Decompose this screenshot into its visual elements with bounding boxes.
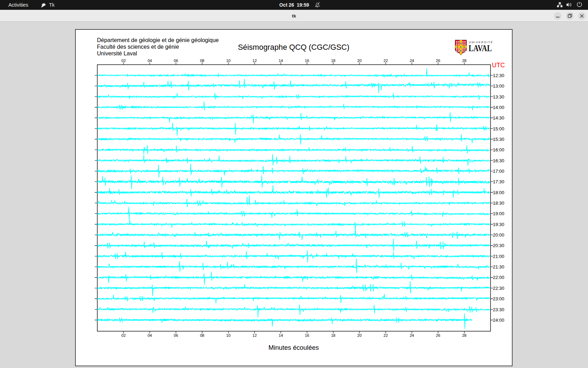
svg-text:14: 14 (279, 59, 283, 63)
svg-text:Minutes écoulées: Minutes écoulées (268, 344, 319, 351)
svg-text:08: 08 (200, 333, 204, 338)
svg-text:23:30: 23:30 (493, 307, 504, 312)
svg-text:14:00: 14:00 (493, 105, 504, 110)
svg-text:17:30: 17:30 (493, 179, 504, 184)
svg-text:06: 06 (174, 59, 178, 63)
svg-text:19:59: 19:59 (297, 2, 309, 8)
svg-text:20:30: 20:30 (493, 243, 504, 248)
svg-text:Séismographe QCQ (CGC/GSC): Séismographe QCQ (CGC/GSC) (238, 43, 350, 52)
svg-text:24: 24 (410, 333, 414, 338)
svg-text:UNIVERSITÉ: UNIVERSITÉ (469, 41, 493, 44)
svg-text:06: 06 (174, 333, 178, 338)
svg-text:28: 28 (462, 333, 466, 338)
svg-text:18: 18 (331, 59, 335, 63)
svg-text:15:00: 15:00 (493, 126, 504, 131)
svg-text:Faculté des sciences et de gén: Faculté des sciences et de génie (97, 43, 179, 50)
svg-text:19:00: 19:00 (493, 211, 504, 216)
svg-text:02: 02 (121, 333, 126, 338)
svg-text:16: 16 (305, 333, 309, 338)
svg-text:04: 04 (148, 333, 152, 338)
svg-text:12:30: 12:30 (493, 73, 504, 78)
svg-text:18:00: 18:00 (493, 190, 504, 195)
svg-text:22: 22 (384, 59, 388, 63)
svg-text:26: 26 (436, 333, 440, 338)
svg-text:13:00: 13:00 (493, 83, 504, 89)
svg-text:16:00: 16:00 (493, 147, 504, 152)
svg-text:Oct 26: Oct 26 (279, 2, 294, 8)
svg-text:22: 22 (384, 333, 388, 338)
svg-text:14: 14 (279, 333, 283, 338)
svg-text:21:30: 21:30 (493, 264, 504, 270)
svg-text:02: 02 (121, 59, 126, 63)
svg-text:12: 12 (252, 333, 257, 338)
svg-text:LAVAL: LAVAL (469, 44, 492, 53)
svg-text:18:30: 18:30 (493, 200, 504, 206)
svg-text:22:30: 22:30 (493, 286, 504, 291)
svg-text:20:00: 20:00 (493, 232, 504, 238)
svg-text:04: 04 (148, 59, 152, 63)
svg-text:26: 26 (436, 59, 440, 63)
svg-text:12: 12 (252, 59, 257, 63)
svg-text:14:30: 14:30 (493, 115, 504, 121)
svg-text:20: 20 (357, 59, 362, 63)
svg-text:23:00: 23:00 (493, 296, 504, 301)
svg-text:21:00: 21:00 (493, 254, 504, 259)
svg-text:10: 10 (226, 59, 230, 63)
svg-text:Activities: Activities (8, 2, 28, 8)
svg-text:10: 10 (226, 333, 230, 338)
svg-text:20: 20 (357, 333, 362, 338)
svg-text:Département de géologie et de: Département de géologie et de génie géol… (97, 37, 219, 43)
svg-text:15:30: 15:30 (493, 137, 504, 142)
svg-text:16: 16 (305, 59, 309, 63)
svg-text:Tk: Tk (49, 2, 55, 8)
svg-text:13:30: 13:30 (493, 94, 504, 100)
svg-text:16:30: 16:30 (493, 158, 504, 163)
svg-text:24:00: 24:00 (493, 318, 504, 323)
svg-text:24: 24 (410, 59, 414, 63)
svg-text:08: 08 (200, 59, 204, 63)
svg-text:19:30: 19:30 (493, 222, 504, 227)
svg-text:17:00: 17:00 (493, 169, 504, 174)
svg-text:18: 18 (331, 333, 335, 338)
svg-text:UTC: UTC (492, 62, 505, 69)
svg-text:28: 28 (462, 59, 466, 63)
svg-text:tk: tk (292, 13, 296, 19)
svg-text:Université Laval: Université Laval (97, 50, 137, 56)
svg-text:22:00: 22:00 (493, 275, 504, 280)
